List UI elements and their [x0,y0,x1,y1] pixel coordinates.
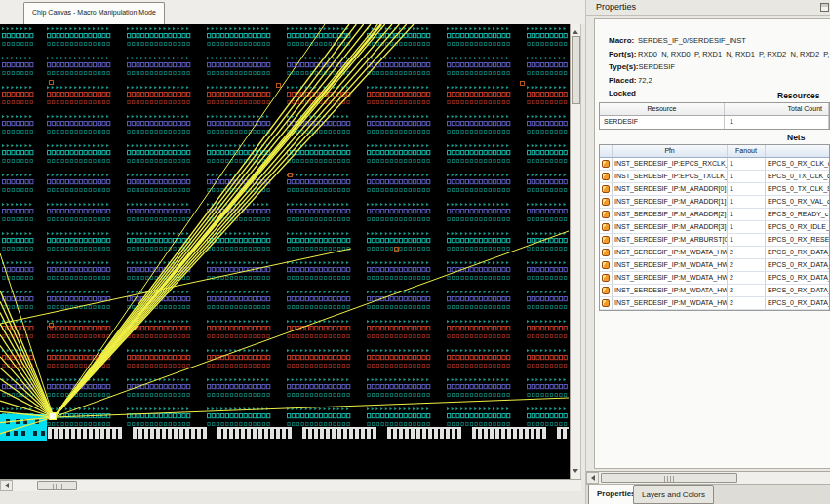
canvas-horizontal-scrollbar[interactable] [0,479,581,491]
net-fanout: 1 [728,158,766,170]
net-name: EPCS_0_RX_CLK_c [766,158,829,170]
net-name: EPCS_0_RX_VAL_c [766,196,829,208]
resources-table-header[interactable]: Resource Total Count [600,103,829,116]
panel-menu-icon[interactable] [820,3,829,12]
macro-field-label: Locked [609,89,638,97]
resources-col-resource[interactable]: Resource [600,103,725,115]
tab-layers-and-colors[interactable]: Layers and Colors [633,485,714,504]
scroll-down-icon[interactable] [573,469,578,476]
net-name: EPCS_0_RX_DATA_0_c[2] [766,272,829,284]
net-fanout: 1 [728,221,766,233]
net-fanout: 2 [728,297,766,309]
nets-table-row[interactable]: INST_SERDESIF_IP:EPCS_RXCLK_01EPCS_0_RX_… [600,158,829,171]
net-fanout: 1 [728,196,766,208]
panel-hscroll-thumb[interactable] [601,473,737,483]
nets-table-row[interactable]: INST_SERDESIF_IP:M_WDATA_HWDATA[33]2EPCS… [600,259,829,272]
macro-field-row: Locked [609,82,638,99]
scroll-left-button[interactable] [0,480,13,491]
net-fanout: 2 [728,272,766,284]
net-name: EPCS_0_RX_RESET_N_c [766,234,829,246]
nets-rows: INST_SERDESIF_IP:EPCS_RXCLK_01EPCS_0_RX_… [600,158,829,310]
net-name: EPCS_0_RX_IDLE_c [766,221,829,233]
net-pin-icon [602,274,610,282]
canvas-hscroll-thumb[interactable] [37,481,77,490]
nets-table-row[interactable]: INST_SERDESIF_IP:EPCS_TXCLK_01EPCS_0_TX_… [600,171,829,183]
sort-ascending-icon [668,145,672,150]
properties-card: Macro:SERDES_IF_0/SERDESIF_INSTPort(s):R… [594,18,830,469]
net-pin-name: INST_SERDESIF_IP:EPCS_RXCLK_0 [613,158,728,170]
canvas-vscroll-thumb[interactable] [572,36,580,104]
net-pin-name: INST_SERDESIF_IP:M_ARADDR[2] [613,209,728,220]
net-pin-icon [602,160,610,168]
nets-col-icon [600,145,613,157]
net-pin-name: INST_SERDESIF_IP:M_ARADDR[1] [613,196,728,208]
canvas-tabbar: Chip Canvas - Macro Manipulation Mode [0,0,585,24]
scroll-grip-icon [53,484,62,489]
net-fanout: 1 [728,234,766,246]
net-pin-name: INST_SERDESIF_IP:EPCS_TXCLK_0 [613,171,728,182]
net-fanout: 1 [728,183,766,195]
net-fanout: 2 [728,259,766,271]
nets-table-row[interactable]: INST_SERDESIF_IP:M_WDATA_HWDATA[32]2EPCS… [600,247,829,259]
net-name: EPCS_0_READY_c [766,209,829,220]
nets-table-row[interactable]: INST_SERDESIF_IP:M_ARADDR[2]1EPCS_0_READ… [600,209,829,221]
net-pin-icon [602,236,610,244]
net-pin-icon [602,287,610,294]
nets-table-row[interactable]: INST_SERDESIF_IP:M_WDATA_HWDATA[35]2EPCS… [600,285,829,297]
tab-chip-canvas[interactable]: Chip Canvas - Macro Manipulation Mode [23,2,165,24]
nets-table-row[interactable]: INST_SERDESIF_IP:M_WDATA_HWDATA[36]2EPCS… [600,297,829,310]
nets-table-row[interactable]: INST_SERDESIF_IP:M_WDATA_HWDATA[34]2EPCS… [600,272,829,285]
resource-total-count: 1 [725,116,829,129]
panel-bottom-tabbar: Properties Layers and Colors [586,484,830,504]
net-pin-icon [602,211,610,218]
resource-name: SERDESIF [600,116,725,129]
resources-col-total-count[interactable]: Total Count [725,103,829,115]
nets-col-net[interactable] [766,145,829,157]
chip-canvas-pane: Chip Canvas - Macro Manipulation Mode [0,0,585,504]
panel-horizontal-scrollbar[interactable] [586,471,830,484]
nets-col-fanout[interactable]: Fanout [728,145,766,157]
properties-panel: Properties Macro:SERDES_IF_0/SERDESIF_IN… [585,0,830,504]
net-pin-name: INST_SERDESIF_IP:M_WDATA_HWDATA[34] [613,272,728,284]
net-fanout: 2 [728,285,766,296]
net-pin-icon [602,173,610,180]
resources-table: Resource Total Count SERDESIF 1 [599,102,830,130]
nets-table-row[interactable]: INST_SERDESIF_IP:M_ARADDR[3]1EPCS_0_RX_I… [600,221,829,234]
net-fanout: 2 [728,247,766,258]
net-pin-icon [602,261,610,269]
canvas-vertical-scrollbar[interactable] [570,24,581,479]
net-pin-name: INST_SERDESIF_IP:M_WDATA_HWDATA[36] [613,297,728,309]
nets-table: Pin Fanout INST_SERDESIF_IP:EPCS_RXCLK_0… [599,144,830,311]
nets-table-row[interactable]: INST_SERDESIF_IP:M_ARBURST[0]1EPCS_0_RX_… [600,234,829,247]
nets-table-row[interactable]: INST_SERDESIF_IP:M_ARADDR[0]1EPCS_0_TX_C… [600,183,829,196]
net-name: EPCS_0_TX_CLK_STABLE_c [766,183,829,195]
scroll-grip-icon [664,476,674,482]
net-pin-icon [602,299,610,307]
scroll-up-icon[interactable] [573,27,578,34]
net-pin-name: INST_SERDESIF_IP:M_ARBURST[0] [613,234,728,246]
net-name: EPCS_0_RX_DATA_0_c[3] [766,285,829,296]
net-pin-icon [602,185,610,193]
scroll-left-icon [588,475,595,481]
macro-field-value: 72,2 [638,76,652,85]
net-name: EPCS_0_RX_DATA_0_c[1] [766,259,829,271]
divider [586,15,830,16]
net-fanout: 1 [728,171,766,182]
nets-table-row[interactable]: INST_SERDESIF_IP:M_ARADDR[1]1EPCS_0_RX_V… [600,196,829,209]
net-pin-icon [602,198,610,206]
resources-heading: Resources [777,91,819,100]
nets-heading: Nets [787,133,805,142]
net-pin-name: INST_SERDESIF_IP:M_WDATA_HWDATA[33] [613,259,728,271]
panel-title: Properties [596,2,636,12]
net-pin-icon [602,223,610,231]
nets-table-header[interactable]: Pin Fanout [600,145,829,158]
scroll-left-icon [2,483,9,488]
resources-table-row[interactable]: SERDESIF 1 [600,116,829,129]
net-name: EPCS_0_TX_CLK_c [766,171,829,182]
net-pin-name: INST_SERDESIF_IP:M_WDATA_HWDATA[32] [613,247,728,258]
scroll-left-button[interactable] [586,472,599,484]
chip-canvas[interactable] [0,24,570,479]
net-pin-name: INST_SERDESIF_IP:M_WDATA_HWDATA[35] [613,285,728,296]
nets-col-pin[interactable]: Pin [613,145,728,157]
net-fanout: 1 [728,209,766,220]
